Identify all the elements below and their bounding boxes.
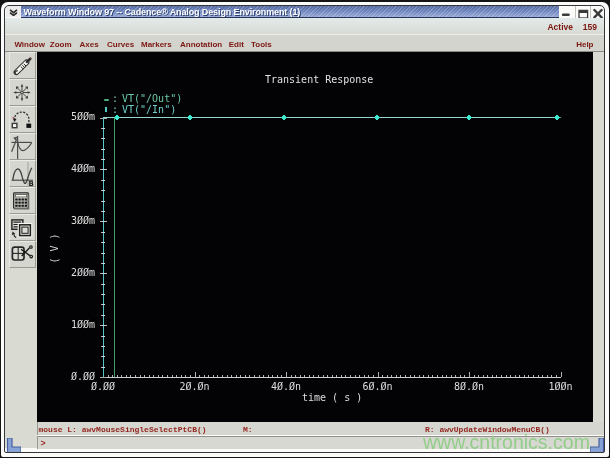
data-point-marker xyxy=(466,115,472,121)
fit-all-button[interactable] xyxy=(9,79,36,106)
banner-row: Active 159 xyxy=(5,18,604,34)
data-point-marker xyxy=(554,115,560,121)
legend-marker-out xyxy=(104,99,109,101)
legend-label-in[interactable]: VT("/In") xyxy=(122,104,176,115)
x-tick-label: 4Ø.Øn xyxy=(271,381,301,392)
x-tick-label: 8Ø.Øn xyxy=(454,381,484,392)
x-tick-label: Ø.ØØ xyxy=(91,381,115,392)
x-tick-label: 1ØØn xyxy=(548,381,572,392)
waveform-canvas[interactable] xyxy=(37,52,593,422)
plot-title: Transient Response xyxy=(265,74,373,85)
menubar: Window Zoom Axes Curves Markers Annotati… xyxy=(5,34,604,52)
x-tick-label: 2Ø.Øn xyxy=(179,381,209,392)
toolbar: B xyxy=(9,52,36,268)
windows-copy-icon xyxy=(10,215,37,242)
status-mouse-left: mouse L: awvMouseSingleSelectPtCB() xyxy=(39,425,207,434)
delete-subwindow-button[interactable] xyxy=(9,241,36,268)
window-title: Waveform Window 97 -- Cadence® Analog De… xyxy=(24,7,301,17)
y-tick-label: Ø.ØØ xyxy=(37,371,95,382)
menu-edit[interactable]: Edit xyxy=(229,40,244,49)
titlebar: Waveform Window 97 -- Cadence® Analog De… xyxy=(0,0,610,19)
active-count: 159 xyxy=(583,22,597,32)
axes-wave-icon xyxy=(10,134,37,161)
data-point-marker xyxy=(187,115,193,121)
maximize-icon xyxy=(576,5,590,19)
status-mouse-middle: M: xyxy=(243,425,253,434)
menu-markers[interactable]: Markers xyxy=(141,40,172,49)
close-icon xyxy=(591,5,605,19)
plot-area[interactable]: Transient Response : VT("/Out") : VT("/I… xyxy=(37,52,593,422)
sine-b-icon: B xyxy=(10,161,37,188)
y-tick-label: 2ØØm xyxy=(37,267,95,278)
menu-help[interactable]: Help xyxy=(576,40,593,49)
legend-colon: : xyxy=(112,104,118,115)
data-point-marker xyxy=(374,115,380,121)
calculator-icon xyxy=(10,188,37,215)
window-shade-button[interactable] xyxy=(6,6,21,18)
y-tick-label: 4ØØm xyxy=(37,163,95,174)
window-scissors-icon xyxy=(10,242,37,269)
active-label: Active xyxy=(547,22,573,32)
y-tick-label: 5ØØm xyxy=(37,111,95,122)
double-chevron-down-icon xyxy=(9,9,18,16)
menu-zoom[interactable]: Zoom xyxy=(50,40,72,49)
arc-arrow-icon xyxy=(10,107,37,134)
y-tick-label: 3ØØm xyxy=(37,215,95,226)
close-button[interactable] xyxy=(591,5,605,19)
legend-colon: : xyxy=(112,93,118,104)
strip-chart-button[interactable] xyxy=(9,133,36,160)
swap-axes-button[interactable] xyxy=(9,106,36,133)
resize-corner-bottom-left[interactable] xyxy=(6,438,21,453)
menu-annotation[interactable]: Annotation xyxy=(180,40,222,49)
subwindow-button[interactable] xyxy=(9,214,36,241)
titlebar-gradient[interactable]: Waveform Window 97 -- Cadence® Analog De… xyxy=(21,5,560,19)
legend-label-out[interactable]: VT("/Out") xyxy=(122,93,182,104)
maximize-button[interactable] xyxy=(576,5,590,19)
y-tick-label: 1ØØm xyxy=(37,319,95,330)
calculator-button[interactable] xyxy=(9,187,36,214)
pen-tool-button[interactable] xyxy=(9,52,36,79)
menu-axes[interactable]: Axes xyxy=(79,40,98,49)
x-tick-label: 6Ø.Øn xyxy=(362,381,392,392)
menu-window[interactable]: Window xyxy=(14,40,45,49)
prompt-character: > xyxy=(41,439,46,449)
watermark-text: www.cntronics.com xyxy=(423,431,590,454)
starburst-icon xyxy=(10,80,37,107)
menu-curves[interactable]: Curves xyxy=(107,40,134,49)
pen-icon xyxy=(10,53,37,80)
x-axis-title: time ( s ) xyxy=(302,392,362,403)
titlebar-buttons xyxy=(559,5,604,19)
legend-marker-in xyxy=(105,107,107,112)
minimize-button[interactable] xyxy=(559,5,573,19)
calculator-plot-button[interactable]: B xyxy=(9,160,36,187)
y-axis-title: ( V ) xyxy=(48,233,59,263)
menu-tools[interactable]: Tools xyxy=(251,40,272,49)
minimize-icon xyxy=(559,5,573,19)
resize-corner-bottom-right[interactable] xyxy=(590,438,605,453)
data-point-marker xyxy=(281,115,287,121)
